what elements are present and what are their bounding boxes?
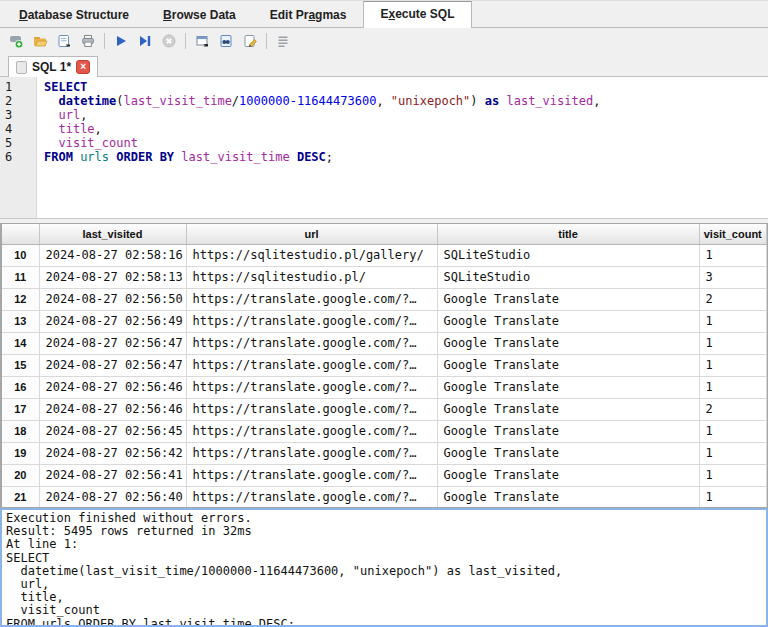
row-number[interactable]: 12 — [2, 288, 39, 310]
cell-last_visited[interactable]: 2024-08-27 02:56:47 — [39, 332, 186, 354]
cell-visit_count[interactable]: 3 — [699, 266, 767, 288]
close-tab-icon[interactable]: × — [76, 60, 90, 74]
cell-last_visited[interactable]: 2024-08-27 02:58:16 — [39, 244, 186, 266]
table-row: 132024-08-27 02:56:49https://translate.g… — [2, 310, 767, 332]
find-in-results-icon[interactable] — [215, 30, 237, 52]
sql-token: DESC — [297, 150, 326, 164]
cell-visit_count[interactable]: 1 — [699, 244, 767, 266]
new-sql-editor-icon[interactable] — [5, 30, 27, 52]
editor-code-line[interactable]: visit_count — [37, 136, 138, 150]
cell-visit_count[interactable]: 2 — [699, 398, 767, 420]
cell-visit_count[interactable]: 1 — [699, 310, 767, 332]
row-number[interactable]: 20 — [2, 464, 39, 486]
cell-visit_count[interactable]: 1 — [699, 354, 767, 376]
table-row: 202024-08-27 02:56:41https://translate.g… — [2, 464, 767, 486]
cell-title[interactable]: Google Translate — [437, 420, 699, 442]
tab-execute-sql[interactable]: Execute SQL — [363, 1, 471, 28]
cell-url[interactable]: https://sqlitestudio.pl/gallery/ — [186, 244, 437, 266]
column-header-last_visited[interactable]: last_visited — [39, 224, 186, 244]
row-number[interactable]: 14 — [2, 332, 39, 354]
cell-title[interactable]: Google Translate — [437, 398, 699, 420]
message-line: Result: 5495 rows returned in 32ms — [6, 525, 762, 538]
cell-title[interactable]: Google Translate — [437, 288, 699, 310]
cell-visit_count[interactable]: 1 — [699, 464, 767, 486]
row-number[interactable]: 17 — [2, 398, 39, 420]
cell-url[interactable]: https://translate.google.com/?… — [186, 332, 437, 354]
cell-title[interactable]: SQLiteStudio — [437, 244, 699, 266]
cell-last_visited[interactable]: 2024-08-27 02:56:40 — [39, 486, 186, 508]
cell-title[interactable]: Google Translate — [437, 332, 699, 354]
editor-code-line[interactable]: datetime(last_visit_time/1000000-1164447… — [37, 94, 600, 108]
table-row: 102024-08-27 02:58:16https://sqlitestudi… — [2, 244, 767, 266]
cell-title[interactable]: SQLiteStudio — [437, 266, 699, 288]
cell-last_visited[interactable]: 2024-08-27 02:56:47 — [39, 354, 186, 376]
message-line: title, — [6, 591, 762, 604]
cell-url[interactable]: https://translate.google.com/?… — [186, 420, 437, 442]
print-icon[interactable] — [77, 30, 99, 52]
cell-last_visited[interactable]: 2024-08-27 02:56:46 — [39, 398, 186, 420]
save-sql-file-icon[interactable] — [53, 30, 75, 52]
editor-code-line[interactable]: title, — [37, 122, 102, 136]
editor-code-line[interactable]: FROM urls ORDER BY last_visit_time DESC; — [37, 150, 333, 164]
tab-browse-data[interactable]: Browse Data — [146, 2, 253, 27]
cell-url[interactable]: https://translate.google.com/?… — [186, 464, 437, 486]
cell-visit_count[interactable]: 1 — [699, 442, 767, 464]
open-sql-file-icon[interactable] — [29, 30, 51, 52]
cell-visit_count[interactable]: 1 — [699, 486, 767, 508]
cell-visit_count[interactable]: 1 — [699, 332, 767, 354]
cell-url[interactable]: https://translate.google.com/?… — [186, 442, 437, 464]
row-number[interactable]: 18 — [2, 420, 39, 442]
cell-title[interactable]: Google Translate — [437, 486, 699, 508]
row-number[interactable]: 15 — [2, 354, 39, 376]
sql-token — [44, 94, 58, 108]
row-number[interactable]: 16 — [2, 376, 39, 398]
stop-execution-icon[interactable] — [158, 30, 180, 52]
row-number[interactable]: 11 — [2, 266, 39, 288]
editor-code-line[interactable]: url, — [37, 108, 87, 122]
sql-editor[interactable]: 1SELECT2 datetime(last_visit_time/100000… — [0, 77, 768, 219]
cell-url[interactable]: https://translate.google.com/?… — [186, 486, 437, 508]
editor-tab-sql1[interactable]: SQL 1* × — [8, 56, 98, 77]
cell-url[interactable]: https://translate.google.com/?… — [186, 354, 437, 376]
format-sql-icon[interactable] — [239, 30, 261, 52]
cell-url[interactable]: https://sqlitestudio.pl/ — [186, 266, 437, 288]
column-header-url[interactable]: url — [186, 224, 437, 244]
line-number: 2 — [0, 94, 37, 108]
editor-code-line[interactable]: SELECT — [37, 80, 87, 94]
row-number[interactable]: 21 — [2, 486, 39, 508]
column-header-title[interactable]: title — [437, 224, 699, 244]
cell-last_visited[interactable]: 2024-08-27 02:56:42 — [39, 442, 186, 464]
show-results-in-window-icon[interactable] — [191, 30, 213, 52]
row-number[interactable]: 19 — [2, 442, 39, 464]
cell-last_visited[interactable]: 2024-08-27 02:56:45 — [39, 420, 186, 442]
cell-visit_count[interactable]: 1 — [699, 376, 767, 398]
tab-database-structure[interactable]: Database Structure — [2, 2, 146, 27]
cell-title[interactable]: Google Translate — [437, 442, 699, 464]
table-row: 212024-08-27 02:56:40https://translate.g… — [2, 486, 767, 508]
execute-query-icon[interactable] — [110, 30, 132, 52]
cell-visit_count[interactable]: 2 — [699, 288, 767, 310]
cell-url[interactable]: https://translate.google.com/?… — [186, 310, 437, 332]
cell-title[interactable]: Google Translate — [437, 310, 699, 332]
cell-url[interactable]: https://translate.google.com/?… — [186, 288, 437, 310]
row-number[interactable]: 13 — [2, 310, 39, 332]
cell-title[interactable]: Google Translate — [437, 376, 699, 398]
sql-token: urls — [80, 150, 109, 164]
cell-url[interactable]: https://translate.google.com/?… — [186, 376, 437, 398]
cell-last_visited[interactable]: 2024-08-27 02:58:13 — [39, 266, 186, 288]
cell-url[interactable]: https://translate.google.com/?… — [186, 398, 437, 420]
row-number-header[interactable] — [2, 224, 39, 244]
cell-last_visited[interactable]: 2024-08-27 02:56:41 — [39, 464, 186, 486]
cell-visit_count[interactable]: 1 — [699, 420, 767, 442]
cell-title[interactable]: Google Translate — [437, 464, 699, 486]
explain-query-plan-icon[interactable] — [134, 30, 156, 52]
cell-last_visited[interactable]: 2024-08-27 02:56:50 — [39, 288, 186, 310]
message-line: datetime(last_visit_time/1000000-1164447… — [6, 565, 762, 578]
cell-last_visited[interactable]: 2024-08-27 02:56:49 — [39, 310, 186, 332]
tab-edit-pragmas[interactable]: Edit Pragmas — [253, 2, 364, 27]
row-number[interactable]: 10 — [2, 244, 39, 266]
query-history-icon[interactable] — [272, 30, 294, 52]
cell-last_visited[interactable]: 2024-08-27 02:56:46 — [39, 376, 186, 398]
cell-title[interactable]: Google Translate — [437, 354, 699, 376]
column-header-visit_count[interactable]: visit_count — [699, 224, 767, 244]
